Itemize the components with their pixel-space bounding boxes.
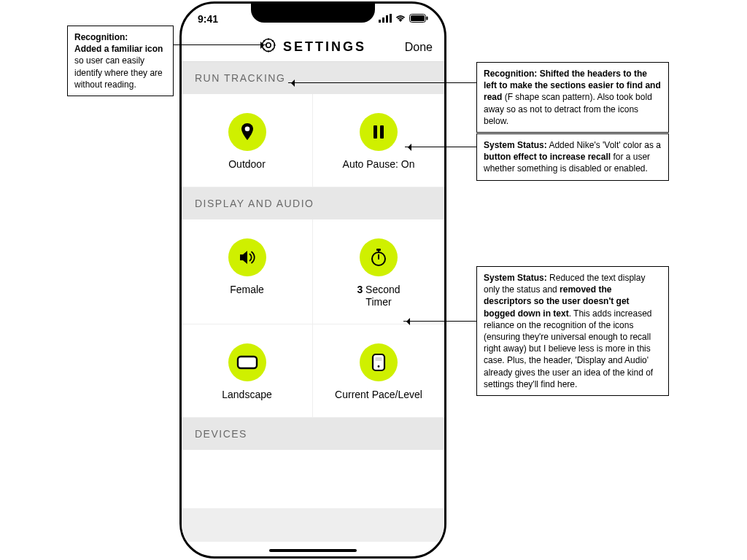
svg-rect-17 xyxy=(373,354,384,370)
landscape-rect-icon xyxy=(228,343,266,381)
svg-point-19 xyxy=(378,365,380,368)
svg-rect-6 xyxy=(427,17,428,20)
home-indicator xyxy=(269,549,357,552)
device-icon xyxy=(360,343,398,381)
phone-notch xyxy=(251,4,375,23)
done-button[interactable]: Done xyxy=(405,41,433,54)
section-header-display-audio: DISPLAY AND AUDIO xyxy=(182,187,444,219)
section-header-devices: DEVICES xyxy=(182,418,444,450)
tile-timer[interactable]: 3 Second Timer xyxy=(313,219,444,325)
wifi-icon xyxy=(395,13,406,25)
battery-icon xyxy=(409,13,428,25)
nav-bar: SETTINGS Done xyxy=(182,33,444,62)
tile-auto-pause-label: Auto Pause: On xyxy=(317,158,440,171)
svg-rect-16 xyxy=(238,357,257,368)
tile-orientation-label: Landscape xyxy=(186,389,308,401)
annotation-arrow-2 xyxy=(288,82,476,83)
tile-orientation[interactable]: Landscape xyxy=(182,324,313,418)
annotation-arrow-1 xyxy=(174,44,267,45)
svg-rect-18 xyxy=(376,357,382,361)
tile-outdoor-label: Outdoor xyxy=(186,158,308,171)
run-tracking-grid: Outdoor Auto Pause: On xyxy=(182,94,444,187)
tile-voice[interactable]: Female xyxy=(182,219,313,325)
status-time: 9:41 xyxy=(198,13,218,25)
cellular-icon xyxy=(379,13,392,25)
svg-rect-13 xyxy=(376,249,381,251)
section-header-run-tracking: RUN TRACKING xyxy=(182,62,444,94)
tile-voice-label: Female xyxy=(186,284,308,296)
annotation-arrow-3 xyxy=(405,147,476,147)
pause-icon xyxy=(360,113,398,151)
phone-mockup: 9:41 SETTINGS Done xyxy=(179,1,446,559)
svg-rect-0 xyxy=(379,20,381,23)
tile-metric[interactable]: Current Pace/Level xyxy=(313,324,444,418)
svg-rect-10 xyxy=(374,125,377,139)
annotation-status-volt: System Status: Added Nike's 'Volt' color… xyxy=(476,133,669,181)
devices-placeholder xyxy=(182,450,444,508)
location-pin-icon xyxy=(228,113,266,151)
svg-rect-1 xyxy=(382,18,384,23)
annotation-status-reduced-text: System Status: Reduced the text display … xyxy=(476,266,669,396)
page-title: SETTINGS xyxy=(260,36,366,58)
annotation-recognition-icon: Recognition:Added a familiar icon so use… xyxy=(67,26,174,96)
svg-rect-11 xyxy=(380,125,384,139)
svg-rect-5 xyxy=(411,15,425,21)
annotation-arrow-4 xyxy=(403,321,476,322)
stopwatch-icon xyxy=(360,238,398,276)
tile-timer-label: 3 Second Timer xyxy=(317,284,440,308)
svg-rect-3 xyxy=(390,14,392,23)
volume-icon xyxy=(228,238,266,276)
svg-point-9 xyxy=(244,126,249,131)
page-title-text: SETTINGS xyxy=(283,39,366,55)
svg-rect-2 xyxy=(386,15,388,23)
annotation-recognition-headers: Recognition: Shifted the headers to the … xyxy=(476,62,669,133)
tile-metric-label: Current Pace/Level xyxy=(317,389,440,401)
settings-scroll[interactable]: RUN TRACKING Outdoor Auto Pause: On DISP… xyxy=(182,62,444,542)
tile-auto-pause[interactable]: Auto Pause: On xyxy=(313,94,444,187)
tile-outdoor[interactable]: Outdoor xyxy=(182,94,313,187)
